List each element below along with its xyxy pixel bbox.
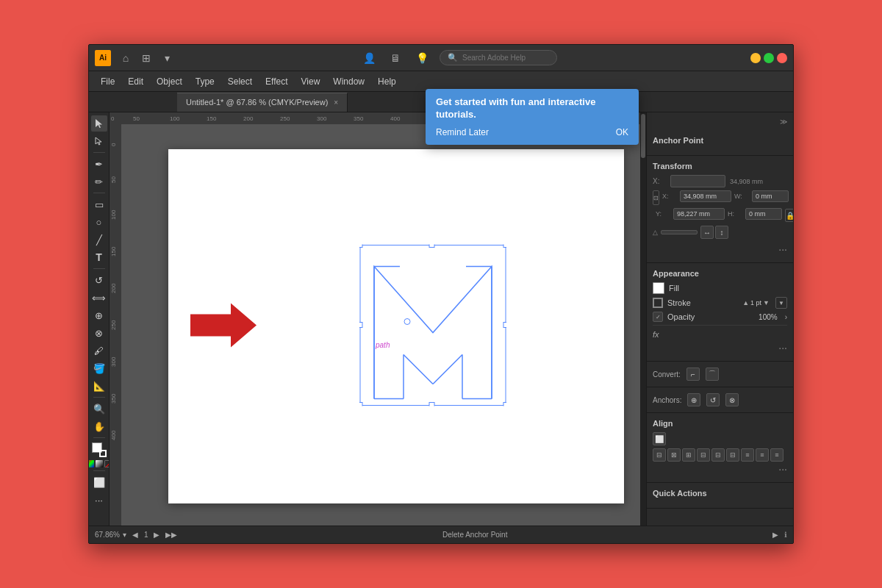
- blend-tool-icon[interactable]: ⊗: [91, 325, 107, 341]
- opacity-chevron-icon[interactable]: ›: [785, 313, 787, 321]
- tab-close-icon[interactable]: ×: [334, 98, 338, 107]
- nav-last-icon[interactable]: ▶▶: [165, 531, 177, 539]
- link-transform-icon[interactable]: ⊡: [653, 190, 659, 205]
- info-icon[interactable]: ℹ: [784, 531, 787, 539]
- stroke-color-swatch[interactable]: [653, 298, 663, 308]
- constrain-proportions-icon[interactable]: 🔒: [785, 209, 793, 222]
- fill-color-swatch[interactable]: [653, 282, 664, 294]
- grid-icon[interactable]: ⊞: [137, 49, 155, 67]
- warp-tool-icon[interactable]: ⊕: [91, 307, 107, 323]
- menu-type[interactable]: Type: [190, 74, 220, 89]
- align-bottom-edge-btn[interactable]: ⊟: [726, 448, 739, 462]
- stroke-down-icon[interactable]: ▼: [763, 299, 770, 306]
- zoom-chevron-icon[interactable]: ▾: [123, 531, 126, 539]
- convert-smooth-icon[interactable]: ⌒: [706, 368, 719, 381]
- scroll-handle[interactable]: [641, 114, 645, 158]
- w-field[interactable]: 0 mm: [752, 190, 789, 202]
- angle-input[interactable]: [661, 230, 698, 234]
- distribute-center-h-btn[interactable]: ≡: [756, 448, 769, 462]
- add-anchor-icon[interactable]: ⊕: [687, 393, 700, 406]
- artboard-tool-icon[interactable]: ⬜: [91, 474, 107, 490]
- align-center-h-btn[interactable]: ⊠: [667, 448, 681, 462]
- menu-select[interactable]: Select: [222, 74, 258, 89]
- distribute-right-btn[interactable]: ≡: [770, 448, 784, 462]
- menu-window[interactable]: Window: [327, 74, 370, 89]
- ellipse-tool-icon[interactable]: ○: [91, 214, 107, 230]
- none-icon[interactable]: [104, 460, 110, 467]
- align-more-icon[interactable]: ···: [778, 463, 787, 475]
- document-tab[interactable]: Untitled-1* @ 67.86 % (CMYK/Preview) ×: [177, 93, 348, 112]
- artboard[interactable]: path: [168, 149, 624, 503]
- pen-tool-icon[interactable]: ✒: [91, 156, 107, 172]
- stroke-options-icon[interactable]: ▼: [775, 297, 787, 309]
- distribute-left-btn[interactable]: ≡: [741, 448, 754, 462]
- search-box[interactable]: 🔍 Search Adobe Help: [440, 50, 557, 65]
- stroke-swatch[interactable]: [99, 450, 107, 457]
- color-icon[interactable]: [89, 460, 94, 467]
- appearance-more-icon[interactable]: ···: [778, 342, 787, 354]
- opacity-checkbox[interactable]: ✓: [653, 312, 663, 322]
- ok-button[interactable]: OK: [616, 127, 628, 137]
- convert-corner-icon[interactable]: ⌐: [686, 368, 700, 381]
- more-tools-icon[interactable]: ···: [91, 492, 107, 508]
- align-center-v-btn[interactable]: ⊟: [711, 448, 725, 462]
- measure-tool-icon[interactable]: 📐: [91, 378, 107, 394]
- menu-object[interactable]: Object: [151, 74, 188, 89]
- align-top-edge-btn[interactable]: ⊟: [697, 448, 710, 462]
- zoom-tool-icon[interactable]: 🔍: [91, 401, 107, 417]
- chevron-down-icon[interactable]: ▾: [158, 49, 176, 67]
- rotate-tool-icon[interactable]: ↺: [91, 272, 107, 288]
- scroll-bar-vertical[interactable]: [640, 112, 646, 526]
- tool-separator-4: [93, 397, 105, 398]
- simplify-anchor-icon[interactable]: ⊗: [725, 393, 739, 406]
- profile-icon[interactable]: 👤: [360, 49, 378, 67]
- title-bar-left: Ai ⌂ ⊞ ▾: [95, 49, 176, 67]
- lightbulb-icon[interactable]: 💡: [413, 49, 431, 67]
- transform-more-icon[interactable]: ···: [778, 243, 787, 255]
- nav-next-icon[interactable]: ▶: [154, 531, 159, 539]
- monitor-icon[interactable]: 🖥: [387, 49, 404, 67]
- menu-edit[interactable]: Edit: [122, 74, 149, 89]
- stroke-up-icon[interactable]: ▲: [742, 299, 749, 306]
- align-to-selection-icon[interactable]: ⬜: [653, 432, 666, 445]
- home-icon[interactable]: ⌂: [117, 49, 135, 67]
- pencil-tool-icon[interactable]: ✏: [91, 173, 107, 190]
- color-mode-icons: [89, 460, 110, 467]
- line-tool-icon[interactable]: ╱: [91, 232, 107, 248]
- h-field[interactable]: 0 mm: [745, 208, 782, 220]
- remove-anchor-icon[interactable]: ↺: [706, 393, 720, 406]
- close-button[interactable]: ×: [777, 53, 787, 63]
- y-field[interactable]: 98,227 mm: [673, 208, 725, 220]
- align-left-edge-btn[interactable]: ⊟: [653, 448, 666, 462]
- menu-file[interactable]: File: [95, 74, 121, 89]
- menu-help[interactable]: Help: [372, 74, 402, 89]
- hand-tool-icon[interactable]: ✋: [91, 418, 107, 434]
- minimize-button[interactable]: -: [750, 53, 761, 63]
- fx-label[interactable]: fx: [653, 330, 659, 339]
- eyedropper-tool-icon[interactable]: 🖋: [91, 343, 107, 359]
- menu-view[interactable]: View: [295, 74, 326, 89]
- menu-effect[interactable]: Effect: [259, 74, 293, 89]
- gradient-icon[interactable]: [96, 460, 103, 467]
- play-icon[interactable]: ▶: [772, 531, 778, 539]
- panel-collapse-icon[interactable]: ≫: [777, 116, 790, 127]
- select-tool-icon[interactable]: [91, 115, 107, 132]
- svg-text:200: 200: [110, 283, 117, 293]
- text-tool-icon[interactable]: T: [91, 249, 107, 265]
- x-field[interactable]: 34,908 mm: [680, 190, 731, 202]
- convert-section: Convert: ⌐ ⌒: [647, 362, 793, 387]
- window-controls: - + ×: [750, 53, 787, 63]
- maximize-button[interactable]: +: [764, 53, 774, 63]
- reflect-tool-icon[interactable]: ⟺: [91, 290, 107, 306]
- flip-horizontal-icon[interactable]: ↔: [700, 226, 714, 239]
- paint-bucket-icon[interactable]: 🪣: [91, 360, 107, 376]
- flip-vertical-icon[interactable]: ↕: [715, 226, 728, 239]
- nav-prev-icon[interactable]: ◀: [132, 531, 138, 539]
- x-input[interactable]: [670, 175, 725, 187]
- align-right-edge-btn[interactable]: ⊞: [682, 448, 695, 462]
- rectangle-tool-icon[interactable]: ▭: [91, 196, 107, 212]
- m-letter-path[interactable]: path: [359, 245, 506, 409]
- tool-separator-3: [93, 268, 105, 269]
- direct-select-tool-icon[interactable]: [91, 133, 107, 149]
- remind-later-button[interactable]: Remind Later: [436, 127, 489, 137]
